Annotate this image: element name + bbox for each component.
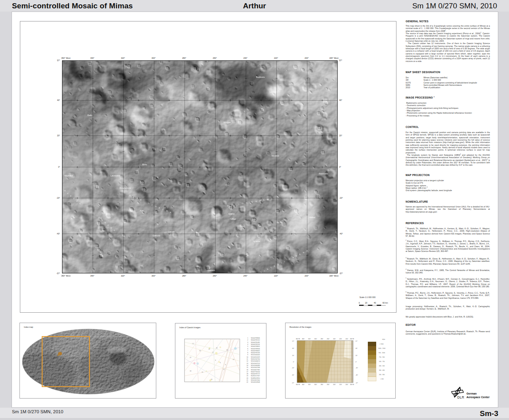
svg-text:11: 11 — [223, 369, 225, 370]
svg-text:-57°: -57° — [356, 382, 358, 384]
svg-text:20°: 20° — [356, 355, 358, 356]
svg-text:DLR: DLR — [457, 396, 464, 399]
svg-text:N1501640000: N1501640000 — [251, 354, 260, 356]
svg-text:220°: 220° — [339, 384, 342, 385]
svg-text:19: 19 — [247, 375, 248, 377]
svg-text:360°W: 360°W — [296, 338, 300, 340]
svg-text:N1503518948: N1503518948 — [251, 381, 260, 383]
svg-text:5: 5 — [247, 346, 248, 347]
svg-text:9: 9 — [247, 354, 248, 356]
svg-text:Aerospace Center: Aerospace Center — [466, 396, 490, 399]
svg-text:18: 18 — [190, 370, 191, 372]
svg-text:N1644780822: N1644780822 — [251, 350, 260, 352]
svg-text:15: 15 — [247, 367, 248, 368]
svg-text:-57°: -57° — [292, 382, 295, 384]
svg-text:N1644783906: N1644783906 — [251, 348, 260, 350]
svg-text:1000 - 1500: 1000 - 1500 — [378, 348, 385, 349]
svg-text:N1647756140: N1647756140 — [251, 371, 260, 373]
svg-text:2: 2 — [247, 339, 248, 341]
svg-text:6: 6 — [247, 348, 248, 350]
svg-text:260°: 260° — [327, 384, 330, 385]
svg-text:17: 17 — [212, 352, 214, 353]
svg-text:300 - 400: 300 - 400 — [379, 370, 385, 371]
svg-text:200°: 200° — [346, 384, 349, 385]
svg-text:14: 14 — [226, 349, 228, 351]
svg-text:16: 16 — [216, 347, 218, 349]
svg-text:N1501647398: N1501647398 — [251, 367, 260, 368]
svg-text:0°: 0° — [356, 361, 357, 363]
svg-text:N1644783825: N1644783825 — [251, 346, 260, 347]
svg-text:N1489022810: N1489022810 — [251, 377, 260, 379]
svg-text:20: 20 — [199, 350, 201, 352]
svg-text:13: 13 — [247, 363, 248, 364]
svg-text:900 - 1000: 900 - 1000 — [379, 352, 385, 354]
svg-text:8: 8 — [247, 352, 248, 354]
svg-text:N1644781481: N1644781481 — [251, 342, 260, 343]
svg-text:N1644783846: N1644783846 — [251, 337, 260, 339]
svg-text:1,2: 1,2 — [192, 343, 194, 345]
svg-text:N1501646674: N1501646674 — [251, 360, 260, 362]
svg-text:40°: 40° — [356, 348, 358, 349]
svg-text:N1652242764: N1652242764 — [251, 358, 260, 360]
svg-text:4: 4 — [220, 362, 221, 364]
svg-text:11: 11 — [247, 358, 248, 360]
svg-text:N1501647513: N1501647513 — [251, 363, 260, 364]
svg-text:21: 21 — [247, 379, 248, 381]
svg-text:300°: 300° — [314, 338, 317, 340]
svg-text:8: 8 — [215, 360, 216, 361]
svg-text:320°: 320° — [308, 384, 311, 385]
svg-text:14: 14 — [247, 365, 248, 366]
svg-text:-40°: -40° — [356, 374, 358, 376]
svg-text:280°: 280° — [321, 338, 324, 340]
svg-text:m/px: m/px — [382, 339, 385, 340]
svg-text:N1500552429: N1500552429 — [251, 356, 260, 358]
svg-text:22: 22 — [190, 357, 191, 358]
svg-text:-40°: -40° — [292, 374, 295, 376]
svg-text:22: 22 — [247, 381, 248, 383]
svg-text:7: 7 — [247, 350, 248, 352]
svg-text:17: 17 — [247, 371, 248, 373]
svg-text:> 1500: > 1500 — [379, 343, 384, 345]
svg-text:N1644781326: N1644781326 — [251, 352, 260, 354]
svg-text:-20°: -20° — [292, 367, 295, 369]
svg-text:40°: 40° — [292, 348, 295, 349]
svg-text:6: 6 — [225, 364, 226, 366]
svg-text:16: 16 — [247, 369, 248, 371]
svg-text:0°: 0° — [293, 361, 295, 363]
svg-text:220°: 220° — [339, 338, 342, 340]
svg-text:18: 18 — [247, 373, 248, 375]
svg-text:N1492217357: N1492217357 — [251, 375, 260, 377]
svg-text:57°: 57° — [356, 341, 358, 342]
svg-text:340°: 340° — [302, 384, 305, 385]
svg-text:20°: 20° — [292, 355, 295, 356]
svg-text:320°: 320° — [308, 338, 311, 340]
svg-text:10: 10 — [211, 379, 212, 380]
svg-text:N1501646989: N1501646989 — [251, 365, 260, 366]
svg-text:340°: 340° — [302, 338, 305, 340]
svg-text:1: 1 — [247, 337, 248, 339]
svg-text:200 - 300: 200 - 300 — [379, 374, 385, 375]
svg-text:N1501657400: N1501657400 — [251, 379, 260, 381]
svg-text:12: 12 — [247, 360, 248, 362]
svg-text:3: 3 — [247, 342, 248, 343]
svg-text:19: 19 — [208, 348, 210, 350]
svg-text:400 - 500: 400 - 500 — [379, 365, 385, 367]
svg-text:240°: 240° — [333, 384, 336, 385]
svg-text:57°: 57° — [292, 341, 295, 342]
svg-text:360°W: 360°W — [296, 384, 300, 385]
svg-text:750 - 900: 750 - 900 — [379, 356, 385, 358]
svg-text:21: 21 — [202, 372, 203, 373]
svg-text:300°: 300° — [314, 384, 317, 385]
svg-text:German: German — [466, 392, 477, 395]
svg-text:200°: 200° — [346, 338, 349, 340]
svg-text:260°: 260° — [327, 338, 330, 340]
svg-text:4: 4 — [247, 344, 248, 345]
svg-text:< 200: < 200 — [380, 378, 384, 380]
svg-text:N1644781194: N1644781194 — [251, 344, 260, 345]
svg-text:-20°: -20° — [356, 367, 358, 369]
svg-text:15: 15 — [233, 359, 234, 360]
svg-text:N1644787172: N1644787172 — [251, 373, 260, 375]
svg-text:280°: 280° — [321, 384, 324, 385]
svg-text:20: 20 — [247, 377, 248, 379]
svg-text:N1500627365: N1500627365 — [251, 369, 260, 371]
